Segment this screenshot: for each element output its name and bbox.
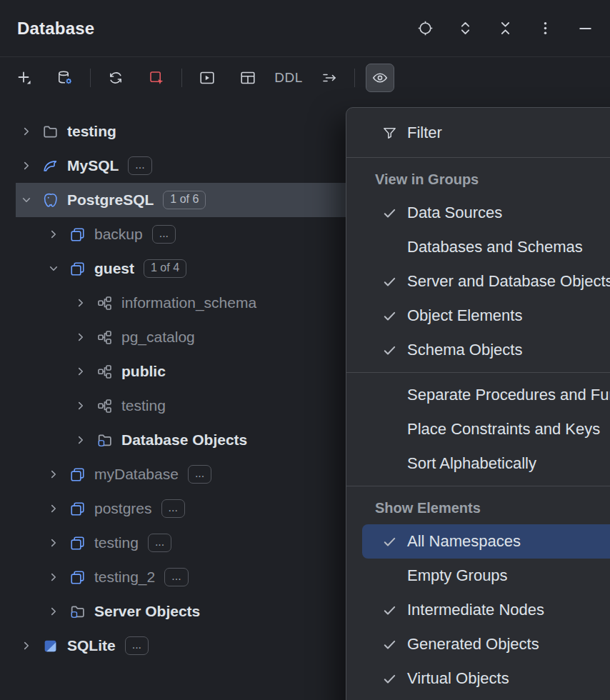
toolbar: DDL bbox=[0, 57, 610, 99]
titlebar-actions bbox=[415, 18, 596, 39]
add-icon bbox=[16, 69, 33, 86]
new-button[interactable] bbox=[10, 64, 39, 92]
chevron-right-icon[interactable] bbox=[73, 364, 89, 379]
check-icon bbox=[381, 308, 399, 324]
chevron-right-icon[interactable] bbox=[73, 432, 89, 448]
chevron-right-icon[interactable] bbox=[46, 501, 61, 516]
tree-item-label: testing_2 bbox=[94, 569, 155, 586]
tree-item-label: testing bbox=[121, 397, 166, 414]
open-table-button[interactable] bbox=[234, 64, 262, 92]
menu-item-separate-procedures-and-functions[interactable]: Separate Procedures and Functions bbox=[362, 378, 610, 412]
view-options-button[interactable] bbox=[366, 64, 394, 92]
chevron-right-icon[interactable] bbox=[46, 569, 61, 585]
refresh-button[interactable] bbox=[101, 64, 130, 92]
view-options-popup-body: FilterView in GroupsData SourcesDatabase… bbox=[346, 114, 610, 696]
menu-item-sort-alphabetically[interactable]: Sort Alphabetically bbox=[362, 446, 610, 481]
menu-item-label: Intermediate Nodes bbox=[407, 601, 544, 619]
schema-icon bbox=[96, 398, 114, 414]
separator bbox=[346, 157, 610, 158]
menu-item-intermediate-nodes[interactable]: Intermediate Nodes bbox=[362, 593, 610, 627]
database-icon bbox=[69, 466, 86, 483]
chevron-right-icon[interactable] bbox=[46, 466, 61, 482]
menu-item-place-constraints-and-keys[interactable]: Place Constraints and Keys bbox=[362, 412, 610, 446]
schema-icon bbox=[96, 329, 114, 346]
tree-item-label: testing bbox=[94, 534, 139, 551]
check-icon bbox=[381, 342, 399, 359]
tree-item-label: backup bbox=[94, 226, 143, 243]
item-count-badge: ... bbox=[128, 156, 151, 175]
chevron-right-icon[interactable] bbox=[73, 295, 89, 311]
filter-label: Filter bbox=[407, 124, 442, 142]
tree-item-label: PostgreSQL bbox=[67, 191, 154, 209]
hide-button[interactable] bbox=[575, 18, 596, 39]
chevron-down-icon[interactable] bbox=[19, 192, 34, 208]
chevron-right-icon[interactable] bbox=[19, 158, 34, 174]
schema-icon bbox=[96, 364, 114, 380]
tree-item-label: Database Objects bbox=[121, 431, 247, 449]
menu-item-object-elements[interactable]: Object Elements bbox=[362, 299, 610, 333]
toolbar-separator bbox=[181, 69, 182, 87]
item-count-badge: ... bbox=[164, 568, 188, 586]
database-icon bbox=[69, 535, 86, 551]
chevron-right-icon[interactable] bbox=[73, 398, 89, 414]
data-source-properties-button[interactable] bbox=[51, 64, 79, 92]
ddl-label: DDL bbox=[274, 70, 303, 86]
menu-item-databases-and-schemas[interactable]: Databases and Schemas bbox=[362, 230, 610, 264]
menu-item-label: Databases and Schemas bbox=[407, 238, 583, 256]
menu-item-empty-groups[interactable]: Empty Groups bbox=[362, 559, 610, 593]
filter-menu-item[interactable]: Filter bbox=[362, 114, 610, 152]
schema-icon bbox=[96, 295, 114, 311]
database-icon bbox=[69, 226, 86, 243]
check-icon bbox=[381, 636, 399, 653]
deactivate-button[interactable] bbox=[142, 64, 171, 92]
menu-item-label: Generated Objects bbox=[407, 635, 539, 654]
chevron-right-icon[interactable] bbox=[46, 226, 61, 242]
more-options-button[interactable] bbox=[535, 18, 556, 39]
funnel-icon bbox=[381, 125, 399, 141]
collapse-all-button[interactable] bbox=[495, 18, 516, 39]
deactivate-icon bbox=[148, 69, 165, 86]
item-count-badge: ... bbox=[148, 534, 171, 552]
item-count-badge: ... bbox=[125, 636, 149, 655]
menu-item-server-and-database-objects[interactable]: Server and Database Objects bbox=[362, 264, 610, 299]
locate-button[interactable] bbox=[415, 18, 436, 39]
toolbar-separator bbox=[354, 69, 355, 87]
check-icon bbox=[381, 534, 399, 550]
sqlite-icon bbox=[41, 638, 59, 654]
menu-item-data-sources[interactable]: Data Sources bbox=[362, 196, 610, 230]
query-console-button[interactable] bbox=[193, 64, 221, 92]
database-tool-window: Database DDL testingMySQL...PostgreSQL1 … bbox=[0, 0, 610, 700]
chevron-right-icon[interactable] bbox=[46, 535, 61, 551]
chevron-right-icon[interactable] bbox=[46, 604, 61, 619]
section-header: Show Elements bbox=[346, 491, 610, 524]
menu-item-label: Object Elements bbox=[407, 306, 522, 325]
chevron-down-icon[interactable] bbox=[46, 261, 61, 276]
chevron-right-icon[interactable] bbox=[73, 329, 89, 345]
tree-item-label: myDatabase bbox=[94, 466, 179, 483]
menu-item-generated-objects[interactable]: Generated Objects bbox=[362, 627, 610, 661]
jump-icon bbox=[321, 69, 338, 86]
check-icon bbox=[381, 602, 399, 619]
check-icon bbox=[381, 274, 399, 290]
tree-item-label: postgres bbox=[94, 500, 152, 517]
chevron-right-icon[interactable] bbox=[19, 124, 34, 139]
item-count-badge: 1 of 6 bbox=[163, 191, 206, 209]
menu-item-schema-objects[interactable]: Schema Objects bbox=[362, 333, 610, 367]
chevron-right-icon[interactable] bbox=[19, 638, 34, 654]
menu-item-all-namespaces[interactable]: All Namespaces bbox=[362, 524, 610, 559]
collapse-icon bbox=[496, 19, 514, 37]
minimize-icon bbox=[576, 19, 594, 37]
menu-item-label: Empty Groups bbox=[407, 566, 508, 585]
db-folder-icon bbox=[69, 604, 86, 620]
tree-item-label: MySQL bbox=[67, 157, 119, 174]
item-count-badge: ... bbox=[188, 465, 211, 484]
database-icon bbox=[69, 501, 86, 517]
expand-all-button[interactable] bbox=[455, 18, 476, 39]
jump-to-ddl-button[interactable] bbox=[315, 64, 344, 92]
check-icon bbox=[381, 205, 399, 221]
separator bbox=[346, 372, 610, 373]
menu-item-label: Separate Procedures and Functions bbox=[407, 386, 610, 404]
tree-item-label: guest bbox=[94, 260, 134, 277]
ddl-button[interactable]: DDL bbox=[274, 64, 303, 92]
menu-item-virtual-objects[interactable]: Virtual Objects bbox=[362, 661, 610, 696]
